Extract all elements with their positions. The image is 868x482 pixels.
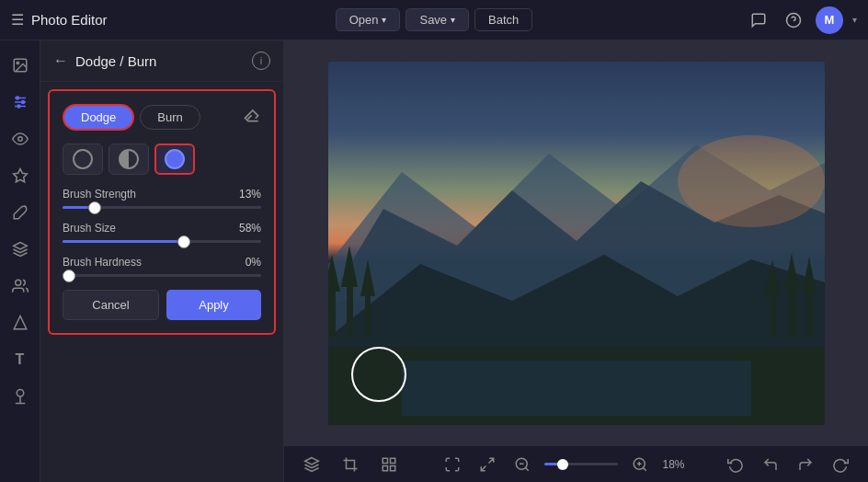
sidebar-icon-filter[interactable] [5, 307, 36, 339]
bottom-center: 18% [440, 452, 684, 477]
svg-point-9 [17, 105, 20, 108]
brush-strength-fill [63, 206, 88, 209]
svg-rect-38 [383, 465, 387, 470]
brush-strength-thumb[interactable] [88, 201, 101, 214]
left-sidebar: T [0, 40, 40, 482]
canvas-area: 18% [284, 40, 868, 482]
svg-rect-36 [391, 458, 395, 463]
batch-button[interactable]: Batch [474, 8, 532, 31]
avatar-chevron[interactable]: ▾ [852, 15, 857, 25]
svg-marker-34 [305, 457, 319, 465]
brush-strength-track[interactable] [63, 206, 261, 209]
back-button[interactable]: ← [53, 52, 68, 69]
svg-marker-12 [13, 243, 27, 250]
action-buttons: Cancel Apply [63, 290, 261, 320]
photo-canvas[interactable] [328, 62, 825, 425]
layers-bottom-icon[interactable] [299, 452, 325, 477]
zoom-in-icon[interactable] [627, 452, 653, 477]
svg-marker-11 [13, 169, 27, 182]
sidebar-icon-layers[interactable] [5, 234, 36, 265]
redo-icon[interactable] [793, 452, 818, 477]
panel-content: Dodge Burn Br [48, 89, 276, 335]
topbar: ☰ Photo Editor Open ▾ Save ▾ Batch M ▾ [0, 0, 868, 40]
brush-hardness-label-row: Brush Hardness 0% [63, 256, 261, 269]
zoom-value: 18% [662, 458, 684, 471]
brush-strength-value: 13% [239, 188, 261, 201]
zoom-slider[interactable] [544, 463, 618, 465]
topbar-right: M ▾ [542, 6, 857, 34]
open-button[interactable]: Open ▾ [336, 8, 401, 31]
bottom-right [723, 452, 853, 477]
brush-size-value: 58% [239, 222, 261, 235]
crop-bottom-icon[interactable] [337, 452, 363, 477]
redo-alt-icon[interactable] [828, 452, 853, 477]
sidebar-icon-magic[interactable] [5, 160, 36, 191]
sidebar-icon-text[interactable]: T [5, 344, 36, 375]
brush-size-label-row: Brush Size 58% [63, 222, 261, 235]
brush-hardness-control: Brush Hardness 0% [63, 256, 261, 277]
svg-point-7 [16, 97, 18, 99]
svg-rect-37 [391, 465, 395, 470]
erase-button[interactable] [243, 106, 261, 129]
cancel-button[interactable]: Cancel [63, 290, 159, 320]
main-area: T ← Dodge / Burn i Dodge Burn [0, 40, 868, 482]
chat-icon[interactable] [746, 7, 771, 33]
grid-bottom-icon[interactable] [376, 452, 402, 477]
avatar[interactable]: M [816, 6, 843, 34]
topbar-center: Open ▾ Save ▾ Batch [336, 8, 533, 31]
panel-header: ← Dodge / Burn i [40, 40, 283, 82]
svg-point-3 [17, 62, 18, 63]
sidebar-icon-eye[interactable] [5, 123, 36, 155]
zoom-thumb[interactable] [557, 459, 568, 470]
brush-strength-label-row: Brush Strength 13% [63, 188, 261, 201]
sidebar-icon-image[interactable] [5, 50, 36, 81]
zoom-out-icon[interactable] [509, 452, 535, 477]
brush-size-control: Brush Size 58% [63, 222, 261, 243]
dodge-burn-panel: ← Dodge / Burn i Dodge Burn [40, 40, 284, 482]
undo-icon[interactable] [758, 452, 783, 477]
brush-half-button[interactable] [108, 143, 149, 175]
fit-width-icon[interactable] [474, 452, 500, 477]
sidebar-icon-people[interactable] [5, 270, 36, 302]
topbar-left: ☰ Photo Editor [11, 11, 326, 29]
svg-line-43 [644, 467, 646, 470]
dodge-tab[interactable]: Dodge [63, 104, 134, 131]
bottom-left [299, 452, 402, 477]
svg-marker-14 [14, 316, 27, 329]
photo-background [328, 62, 825, 425]
sidebar-icon-brush[interactable] [5, 197, 36, 228]
info-button[interactable]: i [252, 52, 270, 70]
fit-screen-icon[interactable] [440, 452, 465, 477]
svg-point-13 [15, 280, 20, 285]
sidebar-icon-adjustments[interactable] [5, 86, 36, 118]
brush-size-thumb[interactable] [177, 235, 190, 248]
brush-outline-button[interactable] [63, 143, 103, 175]
brush-size-label: Brush Size [63, 222, 116, 235]
brush-size-track[interactable] [63, 240, 261, 243]
svg-line-40 [526, 467, 529, 470]
brush-strength-control: Brush Strength 13% [63, 188, 261, 209]
svg-rect-35 [383, 458, 387, 463]
sidebar-icon-stamp[interactable] [5, 381, 36, 412]
mode-tabs: Dodge Burn [63, 104, 261, 131]
menu-icon[interactable]: ☰ [11, 11, 24, 29]
brush-size-fill [63, 240, 177, 243]
brush-solid-button[interactable] [154, 143, 195, 175]
brush-hardness-value: 0% [246, 256, 261, 269]
undo-alt-icon[interactable] [723, 452, 748, 477]
burn-tab[interactable]: Burn [140, 105, 200, 130]
brush-hardness-track[interactable] [63, 274, 261, 277]
brush-half-icon [119, 149, 139, 169]
apply-button[interactable]: Apply [166, 290, 261, 320]
image-container[interactable] [284, 40, 868, 445]
brush-solid-icon [165, 149, 185, 169]
help-icon[interactable] [781, 7, 806, 33]
brush-strength-label: Brush Strength [63, 188, 136, 201]
svg-point-8 [21, 101, 24, 104]
panel-title: Dodge / Burn [75, 53, 245, 69]
brush-hardness-thumb[interactable] [63, 270, 75, 282]
bottom-bar: 18% [284, 445, 868, 482]
save-button[interactable]: Save ▾ [405, 8, 469, 31]
svg-point-10 [17, 137, 22, 142]
brush-hardness-label: Brush Hardness [63, 256, 142, 269]
